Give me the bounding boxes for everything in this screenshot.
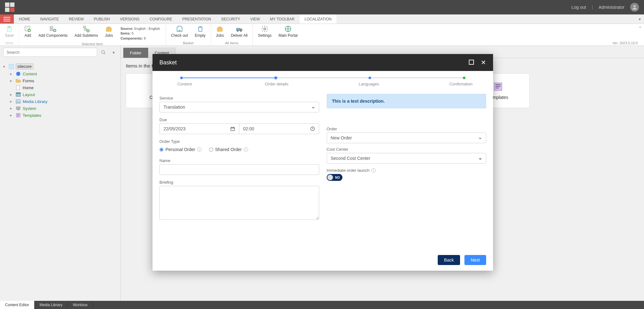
search-input[interactable] — [3, 48, 97, 57]
tree-item-templates[interactable]: ▸Templates — [10, 112, 117, 119]
back-button[interactable]: Back — [438, 255, 460, 265]
info-icon[interactable]: i — [371, 168, 376, 173]
bottom-bar: Content Editor Media Library Workbox — [0, 301, 644, 309]
tree-caret-icon[interactable]: ▸ — [10, 106, 14, 111]
all-jobs-button[interactable]: Jobs — [214, 25, 226, 38]
maximize-icon[interactable] — [469, 59, 474, 66]
search-dropdown-caret-icon[interactable]: ▾ — [110, 50, 117, 55]
immediate-launch-toggle[interactable]: NO — [327, 174, 342, 181]
next-button[interactable]: Next — [464, 255, 486, 265]
save-icon — [6, 25, 13, 33]
dialog-header: Basket ✕ — [153, 54, 493, 71]
name-input[interactable] — [159, 164, 319, 175]
folder-icon — [16, 78, 21, 83]
ribbon-collapse-caret-icon[interactable]: ▾ — [636, 14, 644, 24]
add-subitems-button[interactable]: Add Subitems — [72, 25, 101, 38]
tree-item-forms[interactable]: ▸Forms — [10, 77, 117, 84]
tree-item-layout[interactable]: ▸Layout — [10, 91, 117, 98]
tree-caret-icon[interactable]: ▸ — [10, 113, 14, 117]
topbar-right: Log out | Administrator — [571, 3, 639, 12]
briefing-textarea[interactable] — [159, 186, 319, 220]
order-select[interactable]: New Order — [327, 133, 486, 143]
add-label: Add — [25, 33, 31, 38]
step-label-content: Content — [172, 82, 197, 86]
system-icon — [16, 106, 21, 111]
tree-item-content[interactable]: ▸Content — [10, 70, 117, 77]
add-components-icon — [49, 25, 57, 33]
tree-caret-icon[interactable]: ▸ — [10, 99, 14, 104]
subtab-folder[interactable]: Folder — [123, 48, 148, 58]
bottom-tab-media-library[interactable]: Media Library — [35, 301, 68, 309]
tab-security[interactable]: SECURITY — [216, 14, 245, 24]
tab-view[interactable]: VIEW — [245, 14, 265, 24]
checkout-button[interactable]: Check out — [169, 25, 191, 38]
all-jobs-label: Jobs — [216, 33, 224, 38]
svg-rect-16 — [240, 29, 242, 31]
image-icon — [16, 99, 21, 104]
bottom-tab-content-editor[interactable]: Content Editor — [0, 301, 35, 309]
svg-rect-10 — [106, 28, 111, 31]
info-icon[interactable]: i — [197, 147, 202, 152]
svg-rect-7 — [83, 26, 86, 28]
svg-rect-29 — [17, 110, 19, 110]
main-portal-button[interactable]: Main Portal — [276, 25, 300, 38]
tree-item-system[interactable]: ▸System — [10, 105, 117, 112]
due-date-value: 22/05/2023 — [164, 126, 186, 131]
due-time-input[interactable]: 02:00 — [239, 123, 319, 134]
due-date-input[interactable]: 22/05/2023 — [159, 123, 239, 134]
settings-icon — [261, 25, 269, 33]
tab-review[interactable]: REVIEW — [64, 14, 89, 24]
user-avatar-icon[interactable] — [630, 3, 639, 12]
tab-versions[interactable]: VERSIONS — [115, 14, 145, 24]
step-label-confirmation: Confirmation — [448, 82, 474, 86]
group-title-write: Write — [3, 41, 16, 45]
tree-caret-icon[interactable]: ▸ — [10, 79, 14, 83]
empty-button[interactable]: Empty — [192, 25, 208, 38]
svg-rect-22 — [9, 64, 14, 69]
tree-root[interactable]: ▾ sitecore — [3, 62, 117, 70]
clock-icon[interactable] — [310, 126, 315, 131]
logout-link[interactable]: Log out — [571, 5, 586, 10]
svg-point-18 — [240, 30, 242, 32]
tree-caret-icon[interactable]: ▸ — [10, 92, 14, 97]
info-icon[interactable]: i — [244, 147, 248, 152]
radio-personal-order[interactable]: Personal Order i — [159, 147, 202, 152]
stepper-labels: Content Order details Languages Confirma… — [172, 82, 474, 86]
tree-caret-icon[interactable]: ▸ — [10, 72, 14, 76]
tab-presentation[interactable]: PRESENTATION — [177, 14, 216, 24]
service-select[interactable]: Translation — [159, 102, 319, 112]
tab-home[interactable]: HOME — [14, 14, 35, 24]
selected-jobs-button[interactable]: Jobs — [103, 25, 115, 38]
add-button[interactable]: Add — [21, 25, 34, 38]
tab-navigate[interactable]: NAVIGATE — [35, 14, 64, 24]
svg-point-27 — [17, 100, 18, 101]
cost-center-select[interactable]: Second Cost Center — [327, 153, 486, 164]
radio-shared-order[interactable]: Shared Order i — [209, 147, 248, 152]
group-title-selected: Selected Item — [21, 42, 163, 46]
tab-configure[interactable]: CONFIGURE — [145, 14, 177, 24]
tree-item-home[interactable]: ▸Home — [10, 84, 117, 91]
save-button[interactable]: Save — [3, 25, 16, 38]
tab-publish[interactable]: PUBLISH — [89, 14, 115, 24]
due-time-value: 02:00 — [243, 126, 254, 131]
briefing-label: Briefing — [159, 180, 319, 185]
add-components-label: Add Components — [38, 33, 68, 38]
tab-mytoolbar[interactable]: MY TOOLBAR — [265, 14, 300, 24]
ribbon-tabs: HOME NAVIGATE REVIEW PUBLISH VERSIONS CO… — [0, 14, 644, 24]
add-components-button[interactable]: Add Components — [36, 25, 70, 38]
ribbon-caret-icon[interactable]: ⌃ — [638, 26, 642, 31]
tree-item-media[interactable]: ▸Media Library — [10, 98, 117, 105]
calendar-icon[interactable] — [230, 126, 235, 131]
search-icon[interactable] — [99, 48, 108, 57]
tree-caret-icon[interactable]: ▾ — [3, 64, 7, 69]
tree-item-label: Templates — [23, 113, 41, 118]
hamburger-menu-icon[interactable] — [0, 14, 14, 24]
tab-localization[interactable]: LOCALIZATION — [300, 14, 337, 24]
ribbon-info: Source: English : English Items: 5 Compo… — [117, 25, 163, 42]
svg-point-21 — [102, 51, 104, 53]
deliver-all-button[interactable]: Deliver All — [228, 25, 250, 38]
settings-button[interactable]: Settings — [255, 25, 274, 38]
bottom-tab-workbox[interactable]: Workbox — [68, 301, 93, 309]
form-right-column: This is a test description. Order New Or… — [327, 94, 486, 220]
close-icon[interactable]: ✕ — [481, 59, 486, 66]
